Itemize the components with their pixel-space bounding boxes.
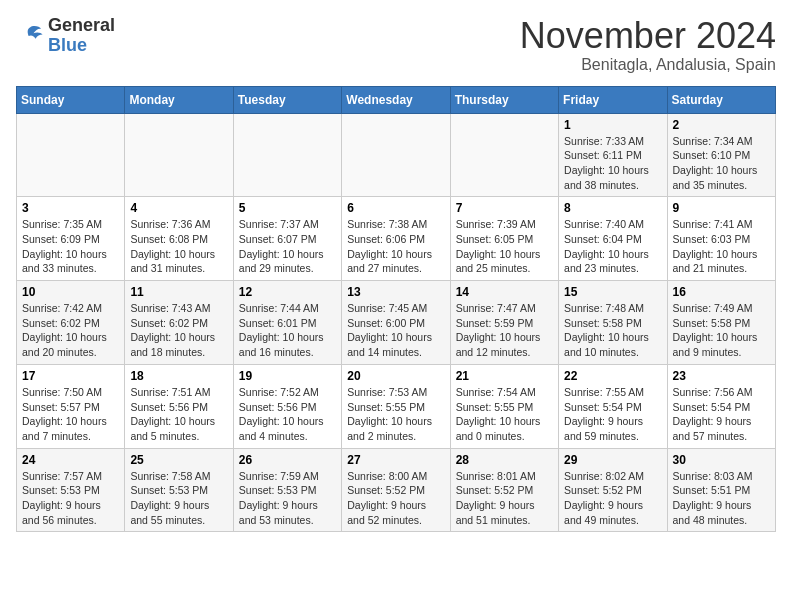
day-number: 22 — [564, 369, 661, 383]
day-info-text: Sunset: 5:59 PM — [456, 316, 553, 331]
day-info-text: Daylight: 10 hours and 31 minutes. — [130, 247, 227, 276]
day-info-text: Sunset: 5:53 PM — [239, 483, 336, 498]
day-info-text: Sunrise: 7:38 AM — [347, 217, 444, 232]
day-info-text: Sunrise: 8:02 AM — [564, 469, 661, 484]
calendar-cell: 2Sunrise: 7:34 AMSunset: 6:10 PMDaylight… — [667, 113, 775, 197]
calendar-week-row: 17Sunrise: 7:50 AMSunset: 5:57 PMDayligh… — [17, 364, 776, 448]
day-info-text: Sunrise: 7:43 AM — [130, 301, 227, 316]
day-info-text: Daylight: 10 hours and 5 minutes. — [130, 414, 227, 443]
day-info-text: Sunset: 5:55 PM — [347, 400, 444, 415]
day-info-text: Daylight: 10 hours and 38 minutes. — [564, 163, 661, 192]
day-info-text: Sunset: 6:02 PM — [22, 316, 119, 331]
calendar-cell — [342, 113, 450, 197]
day-number: 1 — [564, 118, 661, 132]
day-info-text: Daylight: 9 hours and 59 minutes. — [564, 414, 661, 443]
day-info-text: Daylight: 10 hours and 10 minutes. — [564, 330, 661, 359]
col-header-sunday: Sunday — [17, 86, 125, 113]
day-info-text: Sunrise: 8:01 AM — [456, 469, 553, 484]
day-info-text: Sunset: 6:01 PM — [239, 316, 336, 331]
day-info-text: Sunset: 5:52 PM — [347, 483, 444, 498]
day-info-text: Daylight: 10 hours and 27 minutes. — [347, 247, 444, 276]
calendar-cell: 27Sunrise: 8:00 AMSunset: 5:52 PMDayligh… — [342, 448, 450, 532]
day-info-text: Sunset: 5:52 PM — [564, 483, 661, 498]
calendar-cell: 20Sunrise: 7:53 AMSunset: 5:55 PMDayligh… — [342, 364, 450, 448]
day-info-text: Daylight: 10 hours and 0 minutes. — [456, 414, 553, 443]
calendar-cell: 23Sunrise: 7:56 AMSunset: 5:54 PMDayligh… — [667, 364, 775, 448]
day-info-text: Sunrise: 7:48 AM — [564, 301, 661, 316]
day-number: 9 — [673, 201, 770, 215]
calendar-week-row: 10Sunrise: 7:42 AMSunset: 6:02 PMDayligh… — [17, 281, 776, 365]
calendar-cell: 10Sunrise: 7:42 AMSunset: 6:02 PMDayligh… — [17, 281, 125, 365]
day-info-text: Sunrise: 7:45 AM — [347, 301, 444, 316]
calendar-cell: 30Sunrise: 8:03 AMSunset: 5:51 PMDayligh… — [667, 448, 775, 532]
day-info-text: Daylight: 10 hours and 9 minutes. — [673, 330, 770, 359]
day-number: 4 — [130, 201, 227, 215]
calendar-week-row: 1Sunrise: 7:33 AMSunset: 6:11 PMDaylight… — [17, 113, 776, 197]
day-info-text: Sunrise: 7:59 AM — [239, 469, 336, 484]
day-info-text: Daylight: 9 hours and 53 minutes. — [239, 498, 336, 527]
calendar-cell: 7Sunrise: 7:39 AMSunset: 6:05 PMDaylight… — [450, 197, 558, 281]
day-number: 18 — [130, 369, 227, 383]
calendar-cell: 15Sunrise: 7:48 AMSunset: 5:58 PMDayligh… — [559, 281, 667, 365]
day-info-text: Sunset: 5:54 PM — [673, 400, 770, 415]
day-info-text: Daylight: 10 hours and 23 minutes. — [564, 247, 661, 276]
calendar-cell: 4Sunrise: 7:36 AMSunset: 6:08 PMDaylight… — [125, 197, 233, 281]
day-info-text: Sunrise: 8:00 AM — [347, 469, 444, 484]
day-info-text: Daylight: 10 hours and 7 minutes. — [22, 414, 119, 443]
day-info-text: Sunset: 5:56 PM — [130, 400, 227, 415]
day-number: 16 — [673, 285, 770, 299]
day-info-text: Sunrise: 7:53 AM — [347, 385, 444, 400]
day-number: 26 — [239, 453, 336, 467]
day-info-text: Daylight: 10 hours and 14 minutes. — [347, 330, 444, 359]
calendar-cell: 28Sunrise: 8:01 AMSunset: 5:52 PMDayligh… — [450, 448, 558, 532]
location-subtitle: Benitagla, Andalusia, Spain — [520, 56, 776, 74]
title-block: November 2024 Benitagla, Andalusia, Spai… — [520, 16, 776, 74]
col-header-saturday: Saturday — [667, 86, 775, 113]
day-info-text: Sunset: 6:07 PM — [239, 232, 336, 247]
day-info-text: Sunrise: 7:50 AM — [22, 385, 119, 400]
day-info-text: Sunset: 5:57 PM — [22, 400, 119, 415]
day-number: 15 — [564, 285, 661, 299]
col-header-tuesday: Tuesday — [233, 86, 341, 113]
day-info-text: Sunset: 5:55 PM — [456, 400, 553, 415]
day-info-text: Sunset: 5:58 PM — [673, 316, 770, 331]
calendar-cell: 5Sunrise: 7:37 AMSunset: 6:07 PMDaylight… — [233, 197, 341, 281]
calendar-cell — [233, 113, 341, 197]
day-info-text: Daylight: 9 hours and 49 minutes. — [564, 498, 661, 527]
day-info-text: Sunrise: 7:41 AM — [673, 217, 770, 232]
calendar-cell — [450, 113, 558, 197]
day-info-text: Sunrise: 7:55 AM — [564, 385, 661, 400]
day-info-text: Daylight: 9 hours and 52 minutes. — [347, 498, 444, 527]
calendar-cell: 29Sunrise: 8:02 AMSunset: 5:52 PMDayligh… — [559, 448, 667, 532]
day-info-text: Sunrise: 8:03 AM — [673, 469, 770, 484]
calendar-cell: 3Sunrise: 7:35 AMSunset: 6:09 PMDaylight… — [17, 197, 125, 281]
day-number: 2 — [673, 118, 770, 132]
calendar-cell: 22Sunrise: 7:55 AMSunset: 5:54 PMDayligh… — [559, 364, 667, 448]
day-number: 21 — [456, 369, 553, 383]
day-info-text: Sunrise: 7:44 AM — [239, 301, 336, 316]
calendar-cell: 18Sunrise: 7:51 AMSunset: 5:56 PMDayligh… — [125, 364, 233, 448]
day-number: 27 — [347, 453, 444, 467]
calendar-cell: 17Sunrise: 7:50 AMSunset: 5:57 PMDayligh… — [17, 364, 125, 448]
day-number: 30 — [673, 453, 770, 467]
day-number: 17 — [22, 369, 119, 383]
day-info-text: Sunset: 5:52 PM — [456, 483, 553, 498]
day-number: 8 — [564, 201, 661, 215]
day-info-text: Sunrise: 7:47 AM — [456, 301, 553, 316]
calendar-cell — [125, 113, 233, 197]
day-info-text: Daylight: 10 hours and 12 minutes. — [456, 330, 553, 359]
day-info-text: Sunset: 6:00 PM — [347, 316, 444, 331]
day-info-text: Daylight: 10 hours and 2 minutes. — [347, 414, 444, 443]
calendar-cell: 11Sunrise: 7:43 AMSunset: 6:02 PMDayligh… — [125, 281, 233, 365]
calendar-cell: 16Sunrise: 7:49 AMSunset: 5:58 PMDayligh… — [667, 281, 775, 365]
day-info-text: Daylight: 9 hours and 55 minutes. — [130, 498, 227, 527]
calendar-cell: 8Sunrise: 7:40 AMSunset: 6:04 PMDaylight… — [559, 197, 667, 281]
day-info-text: Sunset: 5:54 PM — [564, 400, 661, 415]
day-info-text: Sunset: 6:03 PM — [673, 232, 770, 247]
day-number: 6 — [347, 201, 444, 215]
day-info-text: Sunrise: 7:35 AM — [22, 217, 119, 232]
day-info-text: Sunset: 6:10 PM — [673, 148, 770, 163]
day-info-text: Sunrise: 7:49 AM — [673, 301, 770, 316]
day-number: 23 — [673, 369, 770, 383]
day-number: 20 — [347, 369, 444, 383]
